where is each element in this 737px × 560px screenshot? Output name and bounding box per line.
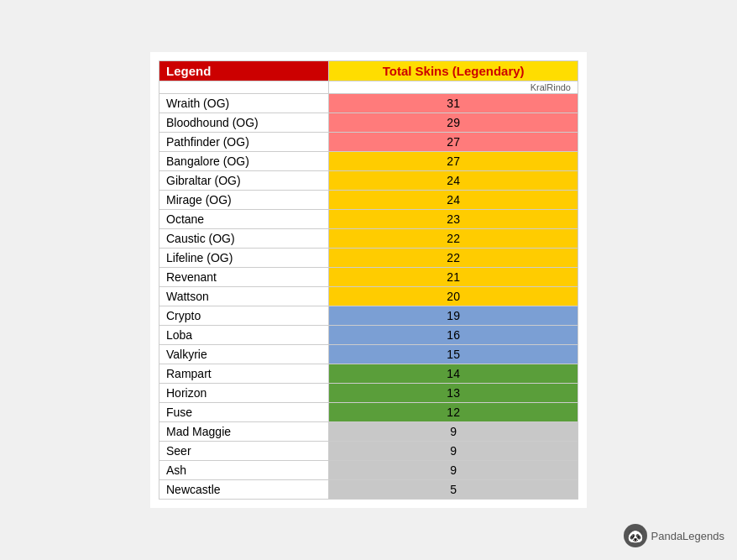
table-row: Seer9: [159, 442, 578, 461]
skin-count: 22: [329, 249, 578, 268]
table-row: Lifeline (OG)22: [159, 249, 578, 268]
table-row: Octane23: [159, 210, 578, 229]
skin-count: 14: [329, 364, 578, 384]
legend-name: Crypto: [159, 306, 329, 326]
panda-icon: 🐼: [624, 524, 647, 547]
table-row: Bangalore (OG)27: [159, 152, 578, 171]
skin-count: 9: [329, 461, 578, 480]
watermark-text: PandaLegends: [651, 530, 724, 542]
skin-count: 12: [329, 403, 578, 422]
legend-name: Wattson: [159, 287, 329, 306]
skin-count: 29: [329, 113, 578, 133]
skin-count: 15: [329, 345, 578, 364]
table-row: Revenant21: [159, 268, 578, 287]
table-row: Crypto19: [159, 306, 578, 326]
table-row: Loba16: [159, 326, 578, 345]
skins-table: Legend Total Skins (Legendary) KralRindo…: [159, 60, 578, 500]
legend-name: Revenant: [159, 268, 329, 287]
table-row: Gibraltar (OG)24: [159, 171, 578, 191]
legend-name: Mirage (OG): [159, 191, 329, 210]
skin-count: 27: [329, 152, 578, 171]
skin-count: 27: [329, 133, 578, 152]
table-row: Wattson20: [159, 287, 578, 306]
table-row: Mad Maggie9: [159, 422, 578, 442]
table-row: Mirage (OG)24: [159, 191, 578, 210]
watermark: 🐼 PandaLegends: [624, 524, 724, 547]
table-row: Caustic (OG)22: [159, 229, 578, 249]
table-row: Pathfinder (OG)27: [159, 133, 578, 152]
username-cell-empty: [159, 81, 329, 94]
legend-name: Newcastle: [159, 480, 329, 500]
legend-name: Bloodhound (OG): [159, 113, 329, 133]
legend-name: Pathfinder (OG): [159, 133, 329, 152]
skin-count: 21: [329, 268, 578, 287]
skin-count: 19: [329, 306, 578, 326]
legend-name: Bangalore (OG): [159, 152, 329, 171]
table-row: Fuse12: [159, 403, 578, 422]
table-row: Bloodhound (OG)29: [159, 113, 578, 133]
skin-count: 5: [329, 480, 578, 500]
skin-count: 9: [329, 422, 578, 442]
skin-count: 31: [329, 94, 578, 113]
legend-name: Fuse: [159, 403, 329, 422]
skin-count: 24: [329, 171, 578, 191]
legend-name: Wraith (OG): [159, 94, 329, 113]
table-row: Wraith (OG)31: [159, 94, 578, 113]
legend-name: Rampart: [159, 364, 329, 384]
skin-count: 13: [329, 384, 578, 403]
legend-name: Ash: [159, 461, 329, 480]
legend-name: Lifeline (OG): [159, 249, 329, 268]
table-row: Newcastle5: [159, 480, 578, 500]
col-header-legend: Legend: [159, 61, 329, 81]
skin-count: 24: [329, 191, 578, 210]
legend-name: Loba: [159, 326, 329, 345]
legend-name: Octane: [159, 210, 329, 229]
skin-count: 23: [329, 210, 578, 229]
table-row: Horizon13: [159, 384, 578, 403]
legend-name: Valkyrie: [159, 345, 329, 364]
table-row: Ash9: [159, 461, 578, 480]
skin-count: 9: [329, 442, 578, 461]
main-container: Legend Total Skins (Legendary) KralRindo…: [150, 52, 587, 508]
legend-name: Horizon: [159, 384, 329, 403]
table-row: Rampart14: [159, 364, 578, 384]
legend-name: Seer: [159, 442, 329, 461]
skin-count: 20: [329, 287, 578, 306]
col-header-skins: Total Skins (Legendary): [329, 61, 578, 81]
legend-name: Mad Maggie: [159, 422, 329, 442]
legend-name: Caustic (OG): [159, 229, 329, 249]
username-cell: KralRindo: [329, 81, 578, 94]
table-row: Valkyrie15: [159, 345, 578, 364]
skin-count: 16: [329, 326, 578, 345]
skin-count: 22: [329, 229, 578, 249]
legend-name: Gibraltar (OG): [159, 171, 329, 191]
